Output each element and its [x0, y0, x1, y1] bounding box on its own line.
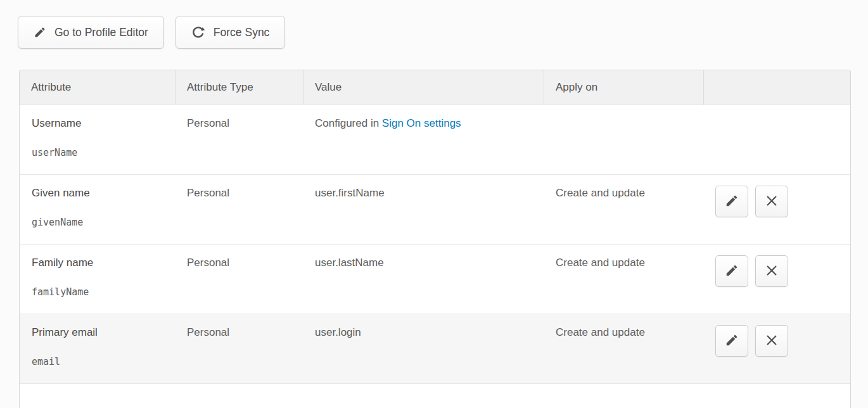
value-prefix-text: Configured in — [315, 117, 382, 129]
edit-attribute-button[interactable] — [715, 325, 748, 357]
apply-on-cell — [544, 105, 703, 174]
actions-cell-empty — [703, 105, 850, 174]
attribute-type-cell: Personal — [175, 175, 303, 244]
header-apply-on: Apply on — [544, 70, 703, 105]
pencil-icon — [725, 333, 739, 349]
attribute-label: Family name — [32, 256, 163, 270]
delete-attribute-button[interactable] — [755, 186, 788, 217]
value-cell: user.login — [303, 314, 544, 383]
table-row-given-name: Given name givenName Personal user.first… — [20, 174, 850, 244]
go-to-profile-editor-label: Go to Profile Editor — [54, 26, 148, 39]
table-row-username: Username userName Personal Configured in… — [20, 105, 850, 174]
header-actions — [703, 70, 850, 105]
value-cell: Configured in Sign On settings — [303, 105, 544, 174]
attribute-cell: Family name familyName — [20, 245, 175, 314]
attribute-cell: Primary email email — [20, 314, 175, 383]
attribute-label: Given name — [32, 186, 163, 200]
header-attribute-type: Attribute Type — [175, 70, 303, 105]
pencil-icon — [725, 194, 739, 210]
actions-cell — [703, 314, 850, 383]
pencil-icon — [34, 26, 46, 39]
attribute-variable-name: userName — [32, 147, 163, 160]
attribute-label: Primary email — [32, 326, 163, 340]
value-cell: user.firstName — [303, 175, 544, 244]
header-value: Value — [303, 70, 544, 105]
attribute-variable-name: email — [32, 356, 163, 369]
refresh-icon — [191, 25, 205, 39]
table-header-row: Attribute Attribute Type Value Apply on — [20, 70, 850, 105]
x-icon — [765, 333, 779, 349]
value-cell: user.lastName — [303, 245, 544, 314]
edit-attribute-button[interactable] — [715, 186, 748, 217]
apply-on-cell: Create and update — [544, 175, 703, 244]
toolbar: Go to Profile Editor Force Sync — [0, 0, 868, 49]
actions-cell — [703, 175, 850, 244]
attribute-label: Username — [32, 117, 163, 131]
actions-cell — [703, 245, 850, 314]
pencil-icon — [725, 264, 739, 279]
attribute-cell: Given name givenName — [20, 175, 175, 244]
attribute-type-cell: Personal — [175, 105, 303, 174]
sign-on-settings-link[interactable]: Sign On settings — [382, 117, 461, 129]
apply-on-cell: Create and update — [544, 245, 703, 314]
edit-attribute-button[interactable] — [715, 255, 748, 287]
force-sync-button[interactable]: Force Sync — [176, 16, 286, 49]
attribute-type-cell: Personal — [175, 314, 303, 383]
attribute-variable-name: givenName — [32, 217, 163, 229]
force-sync-label: Force Sync — [214, 26, 270, 39]
header-attribute: Attribute — [20, 70, 175, 105]
go-to-profile-editor-button[interactable]: Go to Profile Editor — [18, 16, 164, 49]
table-row-primary-email: Primary email email Personal user.login … — [20, 314, 850, 383]
table-row-family-name: Family name familyName Personal user.las… — [20, 244, 850, 314]
attribute-variable-name: familyName — [32, 286, 163, 299]
x-icon — [765, 264, 779, 279]
delete-attribute-button[interactable] — [755, 255, 788, 287]
delete-attribute-button[interactable] — [755, 325, 788, 357]
attribute-type-cell: Personal — [175, 245, 303, 314]
attribute-cell: Username userName — [20, 105, 175, 174]
apply-on-cell: Create and update — [544, 314, 703, 383]
x-icon — [765, 194, 779, 210]
table-row-partial — [20, 383, 850, 408]
attribute-mapping-table: Attribute Attribute Type Value Apply on … — [19, 70, 851, 408]
